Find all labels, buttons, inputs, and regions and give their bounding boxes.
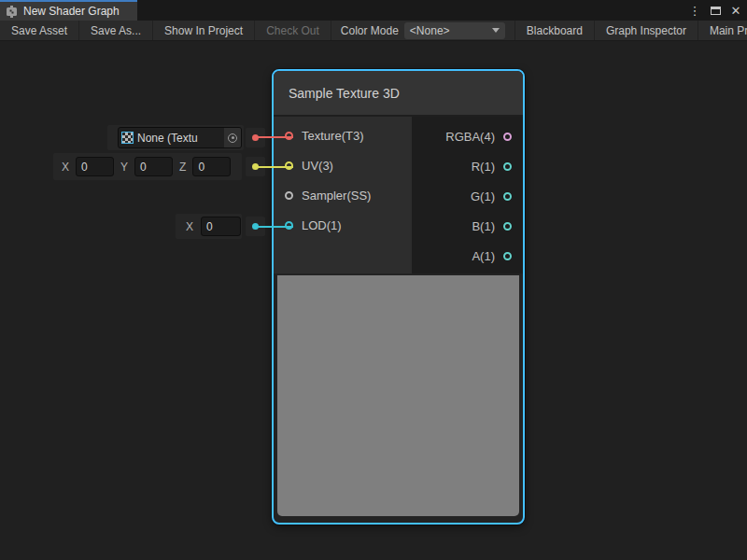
port-texture[interactable] <box>285 132 293 140</box>
port-a[interactable] <box>503 252 512 260</box>
port-label: Texture(T3) <box>302 129 363 143</box>
port-r[interactable] <box>503 162 512 171</box>
window-controls: ⋮ ✕ <box>687 0 743 21</box>
port-row: B(1) <box>412 211 523 241</box>
uv-x-input[interactable]: 0 <box>76 157 114 176</box>
lod-field-row: X 0 <box>176 214 242 239</box>
node-ports: Texture(T3) UV(3) Sampler(SS) LOD(1) RGB… <box>274 117 523 273</box>
port-row: UV(3) <box>274 150 412 180</box>
port-uv[interactable] <box>285 161 293 170</box>
port-sampler[interactable] <box>285 191 293 200</box>
color-mode-value: <None> <box>410 24 450 37</box>
node-sample-texture-3d[interactable]: Sample Texture 3D Texture(T3) UV(3) Samp… <box>272 69 525 525</box>
port-b[interactable] <box>503 222 512 231</box>
port-label: RGBA(4) <box>445 130 495 144</box>
port-rgba[interactable] <box>503 133 512 141</box>
edge-lod <box>258 226 293 228</box>
graph-inspector-button[interactable]: Graph Inspector <box>594 21 698 40</box>
input-ports: Texture(T3) UV(3) Sampler(SS) LOD(1) <box>274 117 412 273</box>
more-options-icon[interactable]: ⋮ <box>687 3 702 18</box>
port-row: LOD(1) <box>274 210 412 240</box>
show-in-project-button[interactable]: Show In Project <box>153 21 255 40</box>
graph-toolbar: Save Asset Save As... Show In Project Ch… <box>0 21 747 41</box>
x-axis-label: X <box>186 220 193 233</box>
main-preview-button[interactable]: Main Preview <box>698 21 747 40</box>
port-label: UV(3) <box>302 159 333 173</box>
edge-uv <box>258 166 293 168</box>
uv-z-input[interactable]: 0 <box>192 157 231 176</box>
port-row: G(1) <box>412 181 523 211</box>
node-preview <box>277 275 519 516</box>
port-row: RGBA(4) <box>412 121 523 151</box>
close-icon[interactable]: ✕ <box>728 3 743 18</box>
port-row: Texture(T3) <box>274 120 412 150</box>
save-asset-button[interactable]: Save Asset <box>0 21 79 40</box>
uv-vector3-field-row: X 0 Y 0 Z 0 <box>53 153 242 180</box>
port-g[interactable] <box>503 192 512 201</box>
node-title: Sample Texture 3D <box>289 86 400 101</box>
save-as-button[interactable]: Save As... <box>79 21 153 40</box>
port-label: A(1) <box>472 249 495 263</box>
x-axis-label: X <box>62 161 69 174</box>
color-mode-dropdown[interactable]: <None> <box>404 22 505 39</box>
object-picker-icon <box>228 133 237 143</box>
shader-graph-window: { "window": { "tab_title": "New Shader G… <box>0 0 747 560</box>
edge-texture <box>258 136 293 138</box>
maximize-icon[interactable] <box>708 3 723 18</box>
tab-bar: New Shader Graph ⋮ ✕ <box>0 0 747 21</box>
chevron-down-icon <box>492 28 500 33</box>
object-picker-button[interactable] <box>224 128 241 147</box>
uv-y-input[interactable]: 0 <box>134 157 173 176</box>
tab-new-shader-graph[interactable]: New Shader Graph <box>0 0 137 21</box>
port-row: R(1) <box>412 151 523 181</box>
color-mode-label: Color Mode <box>331 21 404 40</box>
maximize-glyph <box>711 7 721 15</box>
port-lod[interactable] <box>285 221 293 230</box>
texture-thumbnail-icon <box>121 132 134 144</box>
tab-title: New Shader Graph <box>23 5 120 18</box>
port-label: LOD(1) <box>302 218 342 232</box>
shader-graph-icon <box>6 6 18 18</box>
toolbar-right-group: Color Mode <None> Blackboard Graph Inspe… <box>331 21 747 40</box>
port-label: R(1) <box>472 160 495 174</box>
port-row: A(1) <box>412 241 523 271</box>
output-ports: RGBA(4) R(1) G(1) B(1) A(1) <box>412 117 523 273</box>
texture-field-value: None (Textu <box>137 132 224 145</box>
blackboard-button[interactable]: Blackboard <box>514 21 594 40</box>
lod-input[interactable]: 0 <box>201 217 241 236</box>
port-label: B(1) <box>472 219 495 233</box>
y-axis-label: Y <box>120 161 128 174</box>
port-label: G(1) <box>471 189 495 203</box>
node-header[interactable]: Sample Texture 3D <box>274 71 523 117</box>
z-axis-label: Z <box>179 161 186 174</box>
check-out-button: Check Out <box>255 21 331 40</box>
port-row: Sampler(SS) <box>274 180 412 210</box>
port-label: Sampler(SS) <box>302 189 371 203</box>
texture-object-field[interactable]: None (Textu <box>118 127 242 148</box>
texture-object-field-row: None (Textu <box>107 125 244 150</box>
